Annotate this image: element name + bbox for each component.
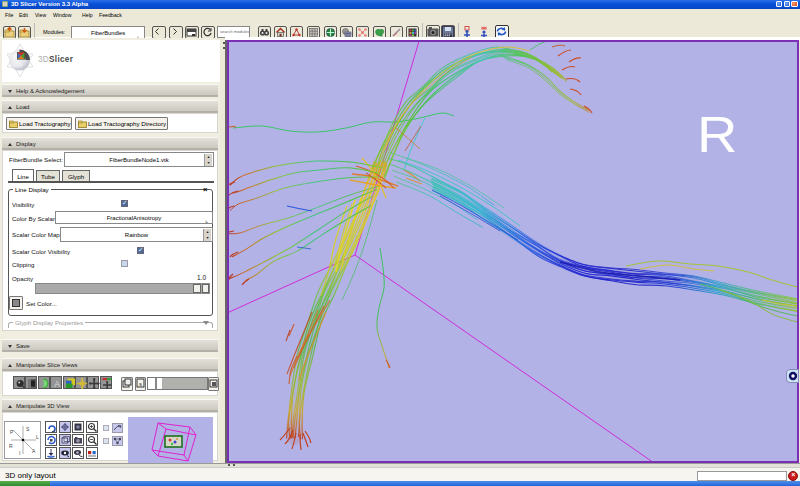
- svg-text:s: s: [139, 381, 142, 387]
- svg-text:I: I: [19, 450, 20, 456]
- svg-text:P: P: [10, 429, 14, 435]
- svg-text:A: A: [55, 379, 61, 389]
- svg-text:R: R: [9, 443, 13, 449]
- svg-text:L: L: [36, 434, 39, 440]
- svg-text:S: S: [26, 426, 30, 432]
- svg-text:A: A: [32, 448, 36, 454]
